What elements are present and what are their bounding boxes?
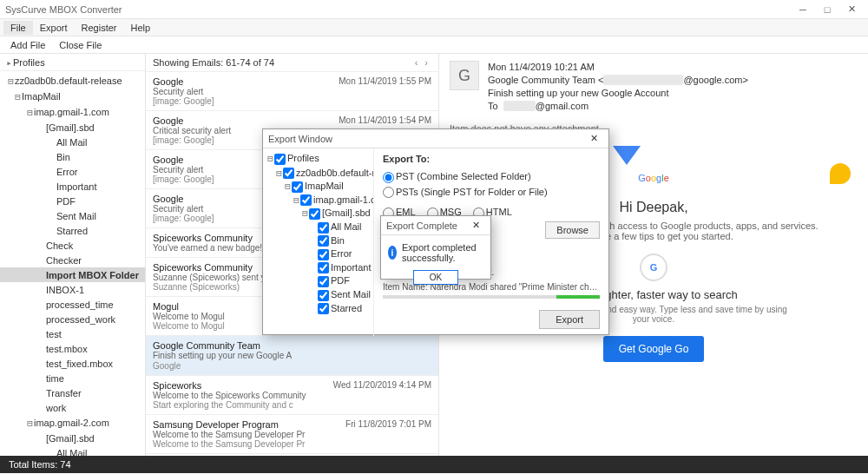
tree-item[interactable]: Sent Mail [0, 208, 145, 223]
total-items: Total Items: 74 [9, 459, 71, 470]
sidebar-header: ▸Profiles [0, 56, 145, 71]
email-date: Mon 11/4/2019 10:21 AM [488, 61, 858, 74]
export-tree-item[interactable]: Important [266, 261, 370, 275]
tree-item[interactable]: test [0, 326, 145, 341]
google-g-icon: G [640, 253, 667, 281]
export-tree-item[interactable]: Sent Mail [266, 288, 370, 302]
email-subject: Finish setting up your new Google Accoun… [488, 87, 858, 100]
menu-register[interactable]: Register [75, 21, 124, 35]
title-bar: SysCurve MBOX Converter ─ □ ✕ [0, 0, 868, 19]
export-tree-item[interactable]: ⊟zz0adb0b.default-release [266, 167, 370, 181]
tree-item[interactable]: Checker [0, 253, 145, 267]
menu-export[interactable]: Export [33, 21, 75, 35]
tree-item[interactable]: processed_work [0, 312, 145, 326]
tree-item[interactable]: INBOX-1 [0, 282, 145, 297]
email-item[interactable]: SpiceworksWelcome to the Spiceworks Comm… [146, 376, 438, 415]
progress-bar [383, 295, 600, 299]
export-button[interactable]: Export [539, 310, 600, 329]
email-list-header: Showing Emails: 61-74 of 74 ‹ › [146, 54, 438, 72]
export-tree[interactable]: ⊟Profiles ⊟zz0adb0b.default-release⊟Imap… [263, 148, 374, 336]
export-tree-item[interactable]: ⊟imap.gmail-1.com [266, 194, 370, 207]
minimize-icon[interactable]: ─ [792, 2, 814, 17]
email-count: Showing Emails: 61-74 of 74 [153, 57, 411, 68]
tree-item[interactable]: Important [0, 179, 145, 194]
email-item[interactable]: Samsung Developer ProgramWelcome to the … [146, 415, 438, 454]
tree-item[interactable]: [Gmail].sbd [0, 431, 145, 445]
tree-item[interactable]: All Mail [0, 135, 145, 149]
next-page-icon[interactable]: › [421, 57, 431, 68]
opt-pst-combine[interactable]: PST (Combine Selected Folder) [383, 171, 531, 183]
menu-file[interactable]: File [3, 21, 33, 35]
export-tree-item[interactable]: Bin [266, 234, 370, 248]
export-complete-dialog: Export Complete ✕ i Export completed suc… [380, 215, 491, 280]
export-tree-item[interactable]: ⊟[Gmail].sbd [266, 207, 370, 221]
export-tree-item[interactable]: Error [266, 247, 370, 261]
export-dialog-close-icon[interactable]: ✕ [585, 133, 603, 144]
tree-item[interactable]: [Gmail].sbd [0, 120, 145, 135]
prev-page-icon[interactable]: ‹ [411, 57, 422, 68]
ok-button[interactable]: OK [413, 270, 458, 285]
export-tree-item[interactable]: Starred [266, 302, 370, 316]
tree-item[interactable]: ⊟zz0adb0b.default-release [0, 73, 145, 89]
tree-item[interactable]: ⊟imap.gmail-2.com [0, 415, 145, 431]
tree-item[interactable]: Import MBOX Folder [0, 267, 145, 282]
tree-item[interactable]: ⊟imap.gmail-1.com [0, 104, 145, 120]
opt-pst-single[interactable]: PSTs (Single PST for Folder or File) [383, 187, 548, 199]
email-item[interactable]: Spiceworks CommunityHere are some new IT… [146, 454, 438, 456]
add-file-button[interactable]: Add File [3, 38, 52, 52]
export-to-label: Export To: [383, 154, 430, 164]
info-icon: i [388, 246, 397, 260]
export-tree-item[interactable]: ⊟ImapMail [266, 180, 370, 194]
browse-button[interactable]: Browse [545, 221, 600, 239]
tree-item[interactable]: work [0, 400, 145, 415]
avatar: G [450, 61, 479, 90]
tree-item[interactable]: processed_time [0, 297, 145, 312]
close-icon[interactable]: ✕ [840, 2, 863, 17]
tree-item[interactable]: ⊟ImapMail [0, 89, 145, 104]
tree-item[interactable]: test.mbox [0, 341, 145, 356]
email-item[interactable]: Google Community TeamFinish setting up y… [146, 336, 438, 376]
toolbar: Add File Close File [0, 36, 868, 54]
export-tree-item[interactable]: All Mail [266, 221, 370, 234]
tree-item[interactable]: Bin [0, 149, 145, 164]
menubar: File Export Register Help [0, 19, 868, 36]
tree-item[interactable]: Error [0, 164, 145, 179]
app-title: SysCurve MBOX Converter [5, 4, 792, 15]
email-from: Google Community Team [488, 75, 595, 85]
tree-item[interactable]: Transfer [0, 385, 145, 400]
drop-icon [830, 163, 851, 184]
get-google-go-button[interactable]: Get Google Go [603, 336, 705, 362]
tree-item[interactable]: time [0, 371, 145, 385]
export-tree-item[interactable]: PDF [266, 274, 370, 288]
export-dialog-title: Export Window [268, 134, 585, 144]
tree-item[interactable]: Starred [0, 223, 145, 238]
tree-item[interactable]: PDF [0, 194, 145, 208]
email-meta: Mon 11/4/2019 10:21 AM Google Community … [488, 61, 858, 113]
tree-item[interactable]: Check [0, 238, 145, 253]
export-complete-close-icon[interactable]: ✕ [467, 220, 485, 231]
tree-item[interactable]: All Mail [0, 445, 145, 456]
profiles-sidebar: ▸Profiles ⊟zz0adb0b.default-release⊟Imap… [0, 54, 146, 456]
status-bar: Total Items: 74 [0, 456, 868, 473]
email-item[interactable]: GoogleSecurity alert[image: Google]Mon 1… [146, 72, 438, 111]
chk-profiles[interactable] [274, 154, 286, 165]
export-complete-title: Export Complete [386, 221, 467, 231]
triangle-icon [613, 146, 641, 165]
menu-help[interactable]: Help [124, 21, 158, 35]
maximize-icon[interactable]: □ [816, 2, 838, 17]
close-file-button[interactable]: Close File [52, 38, 108, 52]
tree-item[interactable]: test_fixed.mbox [0, 356, 145, 371]
export-complete-msg: Export completed successfully. [402, 242, 483, 263]
